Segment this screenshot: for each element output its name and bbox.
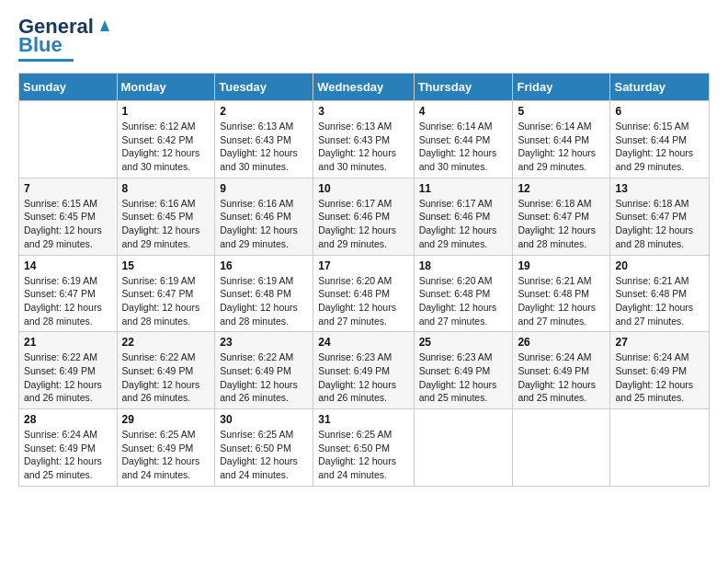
calendar-cell: 21Sunrise: 6:22 AMSunset: 6:49 PMDayligh… [19,332,118,409]
day-info: Sunrise: 6:22 AMSunset: 6:49 PMDaylight:… [220,350,308,405]
day-number: 22 [122,336,210,349]
calendar-cell: 14Sunrise: 6:19 AMSunset: 6:47 PMDayligh… [19,255,118,332]
day-number: 4 [419,105,508,118]
calendar-cell: 10Sunrise: 6:17 AMSunset: 6:46 PMDayligh… [313,178,414,255]
calendar-cell: 17Sunrise: 6:20 AMSunset: 6:48 PMDayligh… [313,255,414,332]
day-info: Sunrise: 6:22 AMSunset: 6:49 PMDaylight:… [122,350,210,405]
calendar-cell: 16Sunrise: 6:19 AMSunset: 6:48 PMDayligh… [215,255,313,332]
day-number: 29 [122,413,210,426]
day-info: Sunrise: 6:15 AMSunset: 6:44 PMDaylight:… [615,120,704,174]
col-sunday: Sunday [19,74,118,101]
day-number: 14 [24,259,112,272]
logo-underline [18,59,74,62]
day-number: 7 [24,182,112,195]
calendar-week-row: 7Sunrise: 6:15 AMSunset: 6:45 PMDaylight… [19,178,710,255]
day-number: 1 [122,105,210,118]
day-number: 26 [518,336,605,349]
calendar-table: Sunday Monday Tuesday Wednesday Thursday… [18,73,710,487]
calendar-cell: 9Sunrise: 6:16 AMSunset: 6:46 PMDaylight… [215,178,313,255]
day-number: 10 [318,182,408,195]
calendar-cell: 27Sunrise: 6:24 AMSunset: 6:49 PMDayligh… [610,332,710,409]
day-info: Sunrise: 6:14 AMSunset: 6:44 PMDaylight:… [518,120,605,174]
day-number: 9 [220,182,308,195]
calendar-cell: 8Sunrise: 6:16 AMSunset: 6:45 PMDaylight… [117,178,215,255]
logo: General Blue [18,15,115,62]
calendar-cell: 24Sunrise: 6:23 AMSunset: 6:49 PMDayligh… [313,332,414,409]
calendar-cell: 15Sunrise: 6:19 AMSunset: 6:47 PMDayligh… [117,255,215,332]
day-info: Sunrise: 6:25 AMSunset: 6:49 PMDaylight:… [122,428,210,482]
calendar-week-row: 21Sunrise: 6:22 AMSunset: 6:49 PMDayligh… [19,332,710,409]
day-number: 23 [220,336,308,349]
day-number: 2 [220,105,308,118]
calendar-cell [19,101,118,178]
calendar-cell: 29Sunrise: 6:25 AMSunset: 6:49 PMDayligh… [117,409,215,487]
day-info: Sunrise: 6:25 AMSunset: 6:50 PMDaylight:… [318,428,408,482]
calendar-cell: 18Sunrise: 6:20 AMSunset: 6:48 PMDayligh… [414,255,513,332]
calendar-cell: 19Sunrise: 6:21 AMSunset: 6:48 PMDayligh… [513,255,610,332]
calendar-week-row: 28Sunrise: 6:24 AMSunset: 6:49 PMDayligh… [19,409,710,487]
calendar-cell [610,409,710,487]
day-number: 13 [615,182,704,195]
day-info: Sunrise: 6:18 AMSunset: 6:47 PMDaylight:… [615,197,704,251]
day-info: Sunrise: 6:12 AMSunset: 6:42 PMDaylight:… [122,120,210,174]
col-monday: Monday [117,74,215,101]
calendar-cell: 6Sunrise: 6:15 AMSunset: 6:44 PMDaylight… [610,101,710,178]
day-info: Sunrise: 6:20 AMSunset: 6:48 PMDaylight:… [419,274,508,328]
calendar-cell [513,409,610,487]
day-info: Sunrise: 6:24 AMSunset: 6:49 PMDaylight:… [615,350,704,405]
day-info: Sunrise: 6:24 AMSunset: 6:49 PMDaylight:… [518,350,605,405]
day-info: Sunrise: 6:17 AMSunset: 6:46 PMDaylight:… [419,197,508,251]
day-number: 28 [24,413,112,426]
calendar-cell: 3Sunrise: 6:13 AMSunset: 6:43 PMDaylight… [313,101,414,178]
day-number: 20 [615,259,704,272]
col-wednesday: Wednesday [313,74,414,101]
day-number: 21 [24,336,112,349]
day-info: Sunrise: 6:24 AMSunset: 6:49 PMDaylight:… [24,428,112,482]
logo-triangle-icon [95,15,115,35]
calendar-week-row: 14Sunrise: 6:19 AMSunset: 6:47 PMDayligh… [19,255,710,332]
calendar-cell: 20Sunrise: 6:21 AMSunset: 6:48 PMDayligh… [610,255,710,332]
calendar-cell: 31Sunrise: 6:25 AMSunset: 6:50 PMDayligh… [313,409,414,487]
day-number: 12 [518,182,605,195]
calendar-cell: 1Sunrise: 6:12 AMSunset: 6:42 PMDaylight… [117,101,215,178]
day-number: 11 [419,182,508,195]
day-number: 5 [518,105,605,118]
calendar-cell: 26Sunrise: 6:24 AMSunset: 6:49 PMDayligh… [513,332,610,409]
calendar-header-row: Sunday Monday Tuesday Wednesday Thursday… [19,74,710,101]
col-saturday: Saturday [610,74,710,101]
day-info: Sunrise: 6:13 AMSunset: 6:43 PMDaylight:… [220,120,308,174]
day-number: 16 [220,259,308,272]
calendar-cell: 13Sunrise: 6:18 AMSunset: 6:47 PMDayligh… [610,178,710,255]
col-thursday: Thursday [414,74,513,101]
col-friday: Friday [513,74,610,101]
day-info: Sunrise: 6:14 AMSunset: 6:44 PMDaylight:… [419,120,508,174]
day-number: 17 [318,259,408,272]
day-info: Sunrise: 6:19 AMSunset: 6:47 PMDaylight:… [122,274,210,328]
day-info: Sunrise: 6:21 AMSunset: 6:48 PMDaylight:… [615,274,704,328]
day-info: Sunrise: 6:16 AMSunset: 6:46 PMDaylight:… [220,197,308,251]
day-number: 6 [615,105,704,118]
calendar-cell: 2Sunrise: 6:13 AMSunset: 6:43 PMDaylight… [215,101,313,178]
calendar-cell: 22Sunrise: 6:22 AMSunset: 6:49 PMDayligh… [117,332,215,409]
day-info: Sunrise: 6:21 AMSunset: 6:48 PMDaylight:… [518,274,605,328]
day-info: Sunrise: 6:20 AMSunset: 6:48 PMDaylight:… [318,274,408,328]
day-number: 8 [122,182,210,195]
page: General Blue Sunday Monday Tuesday Wedne… [0,0,728,563]
day-number: 18 [419,259,508,272]
calendar-cell: 23Sunrise: 6:22 AMSunset: 6:49 PMDayligh… [215,332,313,409]
day-number: 15 [122,259,210,272]
calendar-cell: 25Sunrise: 6:23 AMSunset: 6:49 PMDayligh… [414,332,513,409]
calendar-cell: 30Sunrise: 6:25 AMSunset: 6:50 PMDayligh… [215,409,313,487]
day-info: Sunrise: 6:23 AMSunset: 6:49 PMDaylight:… [419,350,508,405]
calendar-cell [414,409,513,487]
svg-marker-0 [100,20,109,31]
day-info: Sunrise: 6:18 AMSunset: 6:47 PMDaylight:… [518,197,605,251]
day-number: 31 [318,413,408,426]
day-info: Sunrise: 6:19 AMSunset: 6:48 PMDaylight:… [220,274,308,328]
day-info: Sunrise: 6:22 AMSunset: 6:49 PMDaylight:… [24,350,112,405]
calendar-cell: 7Sunrise: 6:15 AMSunset: 6:45 PMDaylight… [19,178,118,255]
day-number: 19 [518,259,605,272]
day-number: 30 [220,413,308,426]
day-number: 3 [318,105,408,118]
logo-blue: Blue [18,33,63,57]
